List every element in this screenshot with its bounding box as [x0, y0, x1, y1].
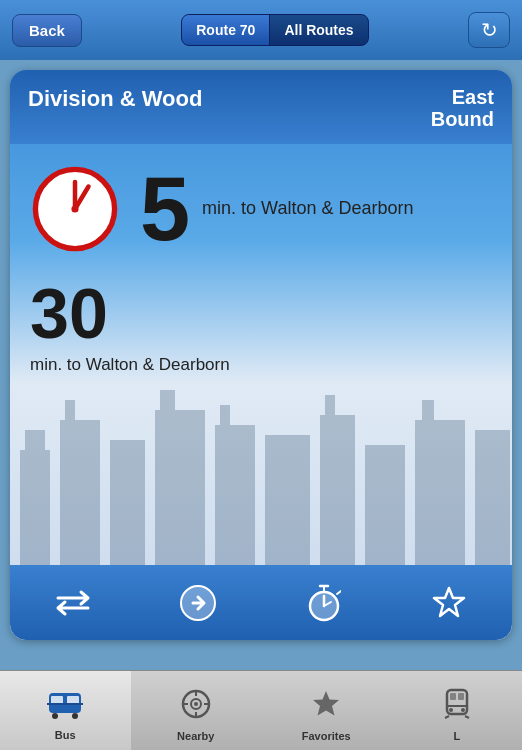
- tab-bar: Bus Nearby Favorites: [0, 670, 522, 750]
- skyline-decoration: [10, 370, 512, 570]
- stop-name: Division & Wood: [28, 86, 202, 112]
- svg-point-32: [72, 713, 78, 719]
- svg-point-19: [71, 205, 78, 212]
- card-header: Division & Wood East Bound: [10, 70, 512, 144]
- svg-rect-14: [422, 400, 434, 420]
- favorites-svg: [310, 688, 342, 720]
- svg-rect-0: [20, 450, 50, 570]
- svg-rect-30: [67, 696, 79, 704]
- tab-rail[interactable]: L: [392, 671, 523, 750]
- tab-rail-label: L: [453, 730, 460, 742]
- star-icon: [431, 585, 467, 621]
- second-arrival-minutes: 30: [30, 279, 492, 349]
- svg-rect-44: [458, 693, 464, 700]
- svg-point-47: [461, 708, 465, 712]
- swap-icon: [53, 588, 93, 618]
- tab-bus-label: Bus: [55, 729, 76, 741]
- refresh-icon: ↻: [481, 18, 498, 42]
- svg-rect-4: [110, 440, 145, 570]
- svg-rect-9: [265, 435, 310, 570]
- first-arrival-description: min. to Walton & Dearborn: [202, 196, 413, 221]
- svg-rect-15: [475, 430, 510, 570]
- bus-icon: [47, 689, 83, 726]
- tab-favorites-label: Favorites: [302, 730, 351, 742]
- nearby-icon: [180, 688, 212, 727]
- main-card: Division & Wood East Bound 5 min. to Wal…: [10, 70, 512, 640]
- svg-marker-27: [434, 588, 464, 616]
- svg-rect-2: [60, 420, 100, 570]
- route-70-button[interactable]: Route 70: [182, 15, 269, 45]
- bus-svg: [47, 689, 83, 719]
- go-icon: [179, 584, 217, 622]
- tab-nearby[interactable]: Nearby: [131, 671, 262, 750]
- svg-rect-5: [155, 410, 205, 570]
- tab-favorites[interactable]: Favorites: [261, 671, 392, 750]
- route-selector: Route 70 All Routes: [181, 14, 368, 46]
- back-button[interactable]: Back: [12, 14, 82, 47]
- svg-rect-11: [325, 395, 335, 415]
- svg-marker-41: [313, 691, 339, 716]
- refresh-button[interactable]: ↻: [468, 12, 510, 48]
- svg-point-31: [52, 713, 58, 719]
- svg-rect-3: [65, 400, 75, 420]
- tab-nearby-label: Nearby: [177, 730, 214, 742]
- svg-rect-6: [160, 390, 175, 410]
- rail-svg: [441, 688, 473, 720]
- svg-rect-43: [450, 693, 456, 700]
- svg-rect-29: [51, 696, 63, 704]
- card-toolbar: [10, 565, 512, 640]
- timer-icon: [307, 584, 341, 622]
- first-arrival: 5 min. to Walton & Dearborn: [30, 164, 492, 254]
- svg-rect-13: [415, 420, 465, 570]
- svg-rect-1: [25, 430, 45, 450]
- nearby-svg: [180, 688, 212, 720]
- favorites-button[interactable]: [424, 578, 474, 628]
- favorites-tab-icon: [310, 688, 342, 727]
- svg-rect-10: [320, 415, 355, 570]
- svg-point-36: [194, 702, 198, 706]
- swap-direction-button[interactable]: [48, 578, 98, 628]
- svg-rect-8: [220, 405, 230, 425]
- svg-rect-12: [365, 445, 405, 570]
- arrivals-section: 5 min. to Walton & Dearborn 30 min. to W…: [10, 144, 512, 377]
- second-arrival: 30 min. to Walton & Dearborn: [30, 274, 492, 377]
- svg-rect-7: [215, 425, 255, 570]
- clock-icon: [30, 164, 120, 254]
- direction-label: East Bound: [431, 86, 494, 130]
- svg-line-48: [445, 716, 449, 718]
- all-routes-button[interactable]: All Routes: [270, 15, 367, 45]
- go-button[interactable]: [173, 578, 223, 628]
- svg-rect-33: [47, 703, 83, 705]
- svg-point-46: [449, 708, 453, 712]
- svg-line-26: [337, 591, 341, 594]
- timer-button[interactable]: [299, 578, 349, 628]
- svg-line-49: [465, 716, 469, 718]
- tab-bus[interactable]: Bus: [0, 671, 131, 750]
- top-navigation-bar: Back Route 70 All Routes ↻: [0, 0, 522, 60]
- rail-icon: [441, 688, 473, 727]
- first-arrival-minutes: 5: [140, 164, 190, 254]
